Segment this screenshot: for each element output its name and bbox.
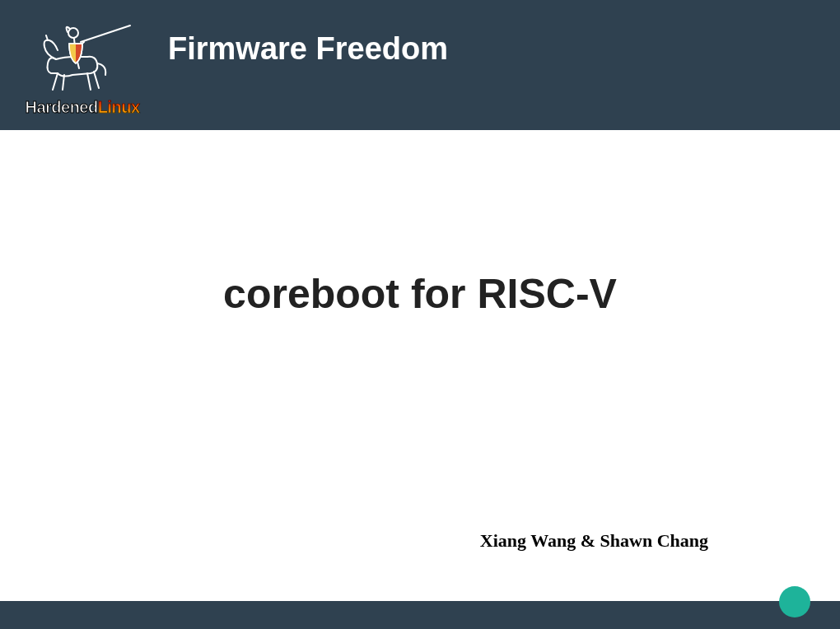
slide-content: coreboot for RISC-V Xiang Wang & Shawn C…	[0, 130, 840, 601]
logo-text: Hardened Linux	[25, 98, 139, 117]
logo-block: Hardened Linux	[8, 14, 156, 117]
accent-dot-icon	[779, 586, 810, 617]
slide-title: coreboot for RISC-V	[0, 270, 840, 318]
logo-text-linux: Linux	[98, 98, 140, 117]
header-tagline: Firmware Freedom	[168, 31, 448, 67]
slide-footer	[0, 601, 840, 629]
knight-logo-icon	[33, 14, 132, 96]
slide-authors: Xiang Wang & Shawn Chang	[480, 530, 708, 552]
svg-line-0	[81, 26, 130, 42]
slide-header: Hardened Linux Firmware Freedom	[0, 0, 840, 130]
logo-text-hardened: Hardened	[25, 98, 97, 117]
